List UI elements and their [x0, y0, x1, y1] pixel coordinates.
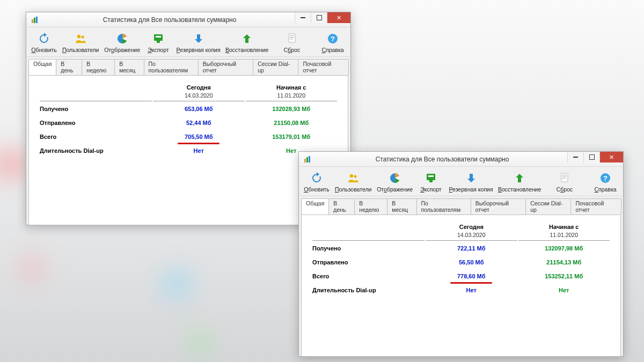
tab-5[interactable]: Выборочный отчет	[198, 59, 254, 75]
titlebar[interactable]: Статистика для Все пользователи суммарно	[299, 152, 623, 167]
toolbar-reset-button[interactable]: Сброс	[550, 170, 579, 194]
svg-rect-22	[428, 175, 434, 177]
toolbar-export-button[interactable]: Экспорт	[416, 170, 445, 194]
maximize-button[interactable]	[311, 12, 327, 23]
toolbar: ОбновитьПользователиОтображениеЭкспортРе…	[299, 167, 623, 196]
toolbar-label: Сброс	[557, 186, 573, 193]
users-icon	[346, 171, 360, 185]
app-icon	[31, 16, 39, 24]
row-dialup: Длительность Dial-upНетНет	[312, 284, 610, 297]
label-received: Получено	[40, 102, 152, 115]
toolbar-display-button[interactable]: Отображение	[103, 31, 142, 54]
svg-point-18	[350, 174, 353, 178]
toolbar-label: Резервная копия	[449, 186, 493, 193]
content-area: СегодняНачиная с14.03.202011.01.2020Полу…	[301, 215, 621, 357]
tab-1[interactable]: В день	[328, 198, 355, 215]
toolbar-refresh-button[interactable]: Обновить	[30, 31, 58, 54]
label-dialup: Длительность Dial-up	[312, 284, 425, 297]
label-dialup: Длительность Dial-up	[40, 144, 152, 157]
tab-2[interactable]: В неделю	[354, 198, 387, 215]
stats-table: СегодняНачиная с14.03.202011.01.2020Полу…	[311, 223, 611, 298]
total-today: 778,60 Мб	[426, 270, 517, 283]
toolbar-label: Сброс	[284, 47, 301, 53]
display-icon	[388, 171, 402, 185]
label-total: Всего	[312, 270, 425, 283]
svg-rect-24	[561, 173, 568, 182]
tab-7[interactable]: Почасовой отчет	[298, 59, 349, 75]
svg-point-19	[354, 175, 357, 178]
label-sent: Отправлено	[312, 256, 425, 269]
tab-row: ОбщаяВ деньВ неделюВ месяцПо пользовател…	[26, 57, 350, 75]
label-total: Всего	[40, 130, 152, 143]
svg-rect-7	[156, 36, 161, 38]
toolbar-label: Отображение	[377, 186, 413, 193]
tab-0[interactable]: Общая	[301, 198, 329, 215]
toolbar-export-button[interactable]: Экспорт	[144, 31, 173, 54]
minimize-button[interactable]	[567, 152, 583, 162]
toolbar: ОбновитьПользователиОтображениеЭкспортРе…	[26, 27, 350, 57]
header-today: Сегодня	[426, 224, 517, 231]
export-icon	[151, 32, 165, 46]
toolbar-display-button[interactable]: Отображение	[375, 170, 414, 194]
row-received: Получено722,11 Мб132097,98 Мб	[312, 242, 610, 255]
toolbar-users-button[interactable]: Пользователи	[61, 31, 100, 54]
users-icon	[74, 32, 87, 46]
minimize-button[interactable]	[295, 12, 311, 23]
toolbar-restore-button[interactable]: Восстановление	[224, 31, 270, 54]
tab-6[interactable]: Сессии Dial-up	[525, 198, 571, 215]
toolbar-help-button[interactable]: ?Справка	[318, 31, 347, 54]
close-button[interactable]	[327, 12, 350, 23]
svg-rect-0	[32, 19, 33, 23]
row-sent: Отправлено52,44 Мб21150,08 Мб	[40, 116, 337, 129]
svg-rect-17	[309, 156, 310, 162]
sent-today: 56,50 Мб	[426, 256, 517, 269]
toolbar-backup-button[interactable]: Резервная копия	[175, 31, 222, 54]
header-today: Сегодня	[153, 84, 245, 91]
refresh-icon	[37, 32, 51, 46]
svg-rect-9	[289, 34, 295, 42]
toolbar-label: Резервная копия	[177, 47, 221, 53]
tab-6[interactable]: Сессии Dial-up	[253, 59, 298, 75]
tab-0[interactable]: Общая	[28, 59, 56, 75]
toolbar-label: Пользователи	[335, 186, 372, 193]
total-today: 705,50 Мб	[153, 130, 245, 143]
tab-3[interactable]: В месяц	[387, 198, 416, 215]
titlebar[interactable]: Статистика для Все пользователи суммарно	[26, 12, 350, 27]
label-sent: Отправлено	[40, 116, 152, 129]
help-icon: ?	[598, 171, 612, 185]
tab-1[interactable]: В день	[56, 59, 82, 75]
date-today: 14.03.2020	[426, 232, 517, 241]
row-received: Получено653,06 Мб132028,93 Мб	[40, 102, 337, 115]
toolbar-restore-button[interactable]: Восстановление	[496, 170, 543, 194]
toolbar-label: Восстановление	[498, 186, 541, 193]
maximize-button[interactable]	[583, 152, 599, 162]
tab-2[interactable]: В неделю	[82, 59, 115, 75]
svg-point-3	[77, 35, 80, 38]
toolbar-reset-button[interactable]: Сброс	[277, 31, 306, 54]
svg-rect-27	[562, 178, 566, 179]
help-icon: ?	[326, 32, 340, 46]
header-since: Начиная с	[246, 84, 338, 91]
tab-4[interactable]: По пользователям	[144, 59, 199, 75]
header-since: Начиная с	[518, 224, 610, 231]
toolbar-label: Экспорт	[420, 186, 441, 193]
tab-5[interactable]: Выборочный отчет	[471, 198, 526, 215]
toolbar-label: Экспорт	[148, 47, 169, 53]
row-dialup: Длительность Dial-upНетНет	[40, 144, 337, 157]
toolbar-users-button[interactable]: Пользователи	[333, 170, 373, 194]
stats-table: СегодняНачиная с14.03.202011.01.2020Полу…	[39, 83, 338, 158]
toolbar-backup-button[interactable]: Резервная копия	[448, 170, 494, 194]
toolbar-refresh-button[interactable]: Обновить	[302, 170, 331, 194]
toolbar-help-button[interactable]: ?Справка	[591, 170, 620, 194]
stats-window: Статистика для Все пользователи суммарно…	[298, 151, 624, 357]
dialup-since: Нет	[518, 284, 610, 297]
row-sent: Отправлено56,50 Мб21154,13 Мб	[312, 256, 610, 269]
tab-4[interactable]: По пользователям	[416, 198, 471, 215]
tab-7[interactable]: Почасовой отчет	[570, 198, 621, 215]
restore-icon	[240, 32, 254, 46]
backup-icon	[464, 171, 478, 185]
total-since: 153252,11 Мб	[518, 270, 610, 283]
close-button[interactable]	[599, 152, 623, 162]
export-icon	[424, 171, 438, 185]
tab-3[interactable]: В месяц	[114, 59, 144, 75]
